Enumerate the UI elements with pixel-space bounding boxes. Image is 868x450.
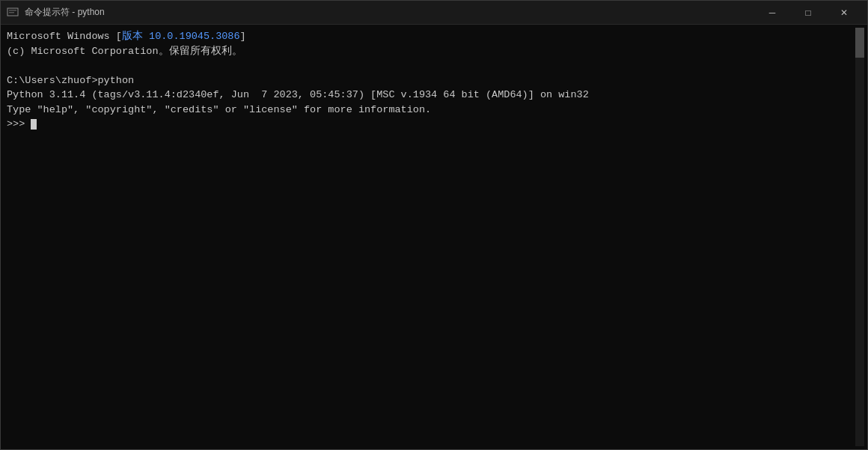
minimize-button[interactable]: ─ [755, 2, 789, 23]
svg-rect-2 [9, 12, 14, 13]
cursor-blink [31, 119, 37, 130]
windows-version-line: Microsoft Windows [版本 10.0.19045.3086] [7, 31, 246, 42]
window-title: 命令提示符 - python [25, 6, 105, 19]
python-prompt-line: C:\Users\zhuof>python [7, 75, 134, 86]
type-hint-line: Type "help", "copyright", "credits" or "… [7, 104, 431, 115]
maximize-button[interactable]: □ [791, 2, 825, 23]
title-bar: 命令提示符 - python ─ □ ✕ [1, 1, 867, 25]
svg-rect-1 [9, 10, 16, 11]
python-version-line: Python 3.11.4 (tags/v3.11.4:d2340ef, Jun… [7, 89, 589, 100]
cmd-window: 命令提示符 - python ─ □ ✕ Microsoft Windows [… [0, 0, 868, 450]
title-bar-left: 命令提示符 - python [7, 6, 105, 19]
console-output[interactable]: Microsoft Windows [版本 10.0.19045.3086] (… [4, 28, 855, 446]
window-icon [7, 7, 19, 19]
scrollbar[interactable] [855, 28, 864, 446]
close-button[interactable]: ✕ [827, 2, 861, 23]
console-body[interactable]: Microsoft Windows [版本 10.0.19045.3086] (… [1, 25, 867, 449]
scrollbar-thumb[interactable] [855, 28, 864, 58]
copyright-line: (c) Microsoft Corporation。保留所有权利。 [7, 46, 242, 57]
version-highlight: 版本 10.0.19045.3086 [122, 31, 240, 42]
interactive-prompt-line[interactable]: >>> [7, 118, 37, 130]
title-bar-buttons: ─ □ ✕ [755, 2, 861, 23]
